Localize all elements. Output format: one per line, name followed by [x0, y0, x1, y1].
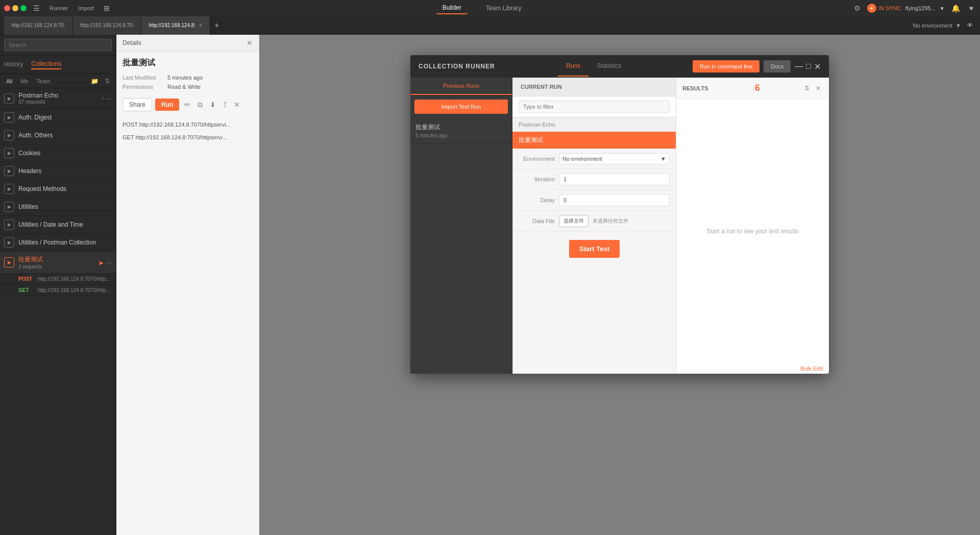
sidebar-actions: 📁 ⇅	[89, 77, 112, 85]
runner-tab-runs[interactable]: Runs	[558, 56, 589, 77]
runner-filter-input[interactable]	[519, 101, 670, 113]
current-run-label: CURRENT RUN	[521, 84, 562, 90]
results-close-icon[interactable]: ✕	[814, 84, 823, 93]
run-btn[interactable]: Run	[155, 99, 179, 111]
results-placeholder: Start a run to see your test results	[676, 99, 829, 363]
run-cmd-btn[interactable]: Run in command line	[693, 60, 760, 72]
collection-item-request-methods[interactable]: ▶ Request Methods	[0, 180, 116, 198]
config-iteration-input[interactable]	[559, 173, 670, 185]
runner-maximize-btn[interactable]: □	[806, 62, 811, 71]
collection-more-btn[interactable]: ···	[106, 94, 112, 103]
collection-count: 37 requests	[18, 99, 102, 105]
details-req-post: POST http://192.168.124.8:7070/httpservi…	[122, 119, 253, 130]
sub-item-get[interactable]: GET http://192.168.124.8:7070/httpservi.…	[0, 285, 116, 296]
docs-btn[interactable]: Docs	[764, 60, 791, 72]
copy-icon[interactable]: ⧉	[195, 99, 205, 111]
config-row-delay: Delay	[513, 190, 676, 211]
window-maximize-btn[interactable]	[20, 5, 27, 11]
runner-btn[interactable]: Runner	[46, 4, 71, 12]
share-icon[interactable]: ⤴	[221, 99, 229, 111]
runner-tab-statistics[interactable]: Statistics	[589, 56, 629, 77]
delete-icon[interactable]: ✕	[232, 99, 242, 111]
sidebar-toggle-btn[interactable]: ☰	[31, 3, 42, 13]
collection-item-utilities-postman[interactable]: ▶ Utilities / Postman Collection	[0, 234, 116, 252]
choose-file-btn[interactable]: 选择文件	[559, 215, 589, 227]
sub-item-post[interactable]: POST http://192.168.124.8:7070/httpservi…	[0, 274, 116, 285]
details-close-btn[interactable]: ✕	[247, 39, 253, 47]
bell-icon[interactable]: 🔔	[949, 3, 963, 13]
collection-item-utilities[interactable]: ▶ Utilities	[0, 198, 116, 216]
collection-item-bulk[interactable]: ▶ 批量测试 2 requests ▶ ···	[0, 252, 116, 274]
tab-0[interactable]: http://192.168.124.8:70:	[4, 16, 73, 35]
runner-left-tabs: Previous Runs	[410, 78, 512, 95]
search-input[interactable]	[4, 39, 112, 51]
runner-left-tab-previous[interactable]: Previous Runs	[410, 78, 512, 95]
details-meta: Last Modified 5 minutes ago Permissions …	[122, 75, 253, 90]
collection-item-auth-digest[interactable]: ▶ Auth: Digest	[0, 109, 116, 127]
sidebar-tab-history[interactable]: History	[4, 61, 23, 69]
team-library-tab[interactable]: Team Library	[480, 3, 527, 14]
edit-icon[interactable]: ✏	[182, 99, 192, 111]
tab-2-close[interactable]: ✕	[199, 22, 203, 28]
env-selector[interactable]: No environment ▼ 👁	[913, 20, 976, 30]
collection-icon: ▶	[4, 112, 14, 123]
runner-main: CURRENT RUN Postman Echo 批量测试 Environ	[512, 78, 676, 374]
titlebar-center: Builder Team Library	[436, 2, 528, 14]
import-btn[interactable]: Import	[75, 4, 97, 12]
collection-item-cookies[interactable]: ▶ Cookies	[0, 144, 116, 162]
collection-icon: ▶	[4, 220, 14, 230]
collection-item-auth-others[interactable]: ▶ Auth: Others	[0, 127, 116, 144]
filter-team-btn[interactable]: Team	[35, 78, 53, 85]
filter-me-btn[interactable]: Me	[18, 78, 30, 85]
share-btn[interactable]: Share	[122, 98, 152, 111]
runner-config: Environment No environment ▼ Iteration	[512, 149, 676, 374]
sidebar-search-container	[0, 35, 116, 56]
tab-1-label: http://192.168.124.8:70:	[80, 22, 134, 28]
runner-minimize-btn[interactable]: —	[795, 62, 803, 71]
config-delay-input[interactable]	[559, 194, 670, 206]
runner-results: RESULTS 6 ⇅ ✕ Start a run to see your te…	[676, 78, 829, 374]
collection-item-utilities-date[interactable]: ▶ Utilities / Date and Time	[0, 216, 116, 234]
user-dropdown-icon[interactable]: ▼	[940, 6, 945, 11]
settings-icon[interactable]: ⚙	[851, 3, 863, 13]
builder-tab[interactable]: Builder	[436, 2, 468, 14]
collection-bulk-more-btn[interactable]: ···	[106, 258, 112, 266]
runner-body: Previous Runs Import Test Run 批量测试 5 min…	[410, 78, 829, 374]
tab-2[interactable]: http://192.168.124.8: ✕	[141, 16, 210, 35]
config-row-iteration: Iteration	[513, 169, 676, 190]
env-visibility-icon[interactable]: 👁	[964, 20, 976, 30]
sidebar-tab-collections[interactable]: Collections	[31, 60, 61, 69]
sort-icon[interactable]: ⇅	[103, 77, 112, 85]
filter-all-btn[interactable]: All	[4, 78, 14, 85]
run-item-name-0: 批量测试	[415, 123, 507, 132]
start-test-btn[interactable]: Start Test	[569, 240, 620, 258]
collection-icon: ▶	[4, 130, 14, 140]
import-test-run-btn[interactable]: Import Test Run	[414, 100, 508, 114]
config-label-env: Environment	[519, 156, 555, 162]
window-close-btn[interactable]	[4, 5, 10, 11]
collection-item-headers[interactable]: ▶ Headers	[0, 162, 116, 180]
tab-add-btn[interactable]: +	[210, 21, 223, 30]
runner-close-btn[interactable]: ✕	[814, 62, 821, 71]
window-minimize-btn[interactable]	[12, 5, 18, 11]
sync-badge: ● IN SYNC	[867, 4, 901, 13]
config-env-select[interactable]: No environment ▼	[559, 153, 670, 164]
collection-name: Auth: Digest	[18, 114, 112, 121]
meta-value-permissions: Read & Write	[167, 84, 201, 90]
runner-selected-req[interactable]: 批量测试	[512, 132, 676, 149]
runner-tabs: Runs Statistics	[558, 56, 629, 77]
export-icon[interactable]: ⬇	[208, 99, 218, 111]
run-history-item-0[interactable]: 批量测试 5 minutes ago	[410, 118, 512, 144]
details-panel: Details ✕ 批量测试 Last Modified 5 minutes a…	[116, 35, 259, 535]
bulk-edit-btn[interactable]: Bulk Edit	[676, 363, 829, 374]
new-folder-icon[interactable]: 📁	[89, 77, 101, 85]
results-sort-icon[interactable]: ⇅	[802, 84, 812, 93]
results-title: RESULTS	[682, 85, 708, 91]
env-selector-dropdown-icon: ▼	[955, 22, 961, 29]
details-req-get: GET http://192.168.124.8:7070/httpservi.…	[122, 132, 253, 143]
req-url-post: http://192.168.124.8:7070/httpservi...	[38, 276, 112, 282]
tab-1[interactable]: http://192.168.124.8:70:	[73, 16, 142, 35]
layout-icon[interactable]: ⊞	[101, 3, 112, 13]
heart-icon[interactable]: ♥	[967, 3, 976, 13]
collection-item-postman-echo[interactable]: ▶ Postman Echo 37 requests › ···	[0, 88, 116, 109]
